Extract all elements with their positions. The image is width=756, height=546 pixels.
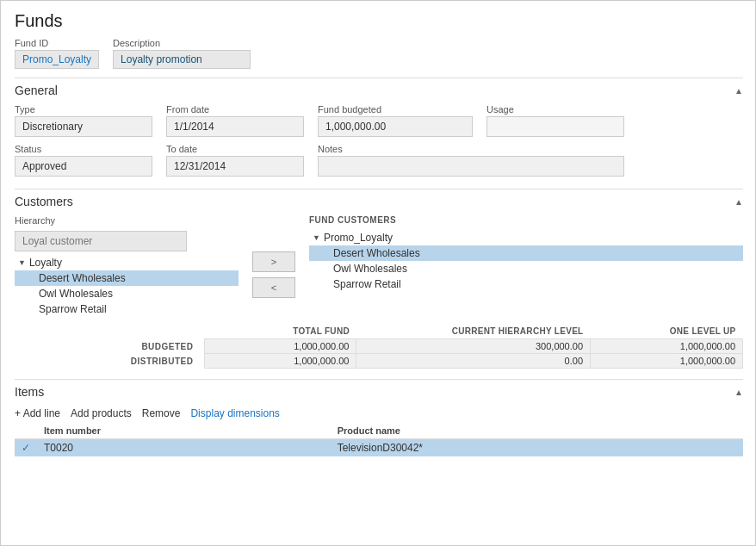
- general-section-title: General: [15, 84, 58, 97]
- items-toolbar: + Add line Add products Remove Display d…: [15, 402, 743, 423]
- page-title: Funds: [15, 11, 743, 31]
- type-label: Type: [15, 104, 152, 115]
- tree-item-owl-wholesales[interactable]: Owl Wholesales: [15, 286, 239, 301]
- right-tree: ▼ Promo_Loyalty Desert Wholesales Owl Wh…: [309, 230, 743, 292]
- fund-budgeted-field-group: Fund budgeted: [318, 104, 473, 137]
- description-label: Description: [113, 38, 251, 48]
- right-tree-root-label: Promo_Loyalty: [324, 232, 393, 244]
- budgeted-total-fund: 1,000,000.00: [204, 339, 356, 354]
- items-section-header[interactable]: Items ▲: [15, 380, 743, 402]
- remove-button[interactable]: Remove: [142, 407, 181, 419]
- budgeted-one-level-up: 1,000,000.00: [591, 339, 743, 354]
- hierarchy-field-group: Hierarchy: [15, 215, 239, 251]
- fund-budgeted-input[interactable]: [318, 116, 473, 137]
- usage-field-group: Usage: [486, 104, 624, 137]
- right-tree-item-desert[interactable]: Desert Wholesales: [309, 245, 743, 261]
- col-check: [15, 423, 37, 439]
- items-table: Item number Product name ✓ T0020 Televis…: [15, 423, 743, 456]
- from-date-field-group: From date: [166, 104, 304, 137]
- col-item-number: Item number: [37, 423, 331, 439]
- customers-middle-panel: > <: [245, 215, 302, 317]
- description-group: Description Loyalty promotion: [113, 38, 251, 69]
- status-label: Status: [15, 144, 152, 154]
- notes-input[interactable]: [318, 156, 624, 177]
- to-date-label: To date: [166, 144, 304, 154]
- right-tree-item-sparrow[interactable]: Sparrow Retail: [309, 276, 743, 292]
- fund-header: Fund ID Promo_Loyalty Description Loyalt…: [15, 38, 743, 69]
- fund-budgeted-label: Fund budgeted: [318, 104, 473, 115]
- general-chevron-icon: ▲: [734, 86, 743, 96]
- fund-id-group: Fund ID Promo_Loyalty: [15, 38, 99, 69]
- move-right-button[interactable]: >: [252, 251, 295, 272]
- from-date-input[interactable]: [166, 116, 304, 137]
- general-section-content: Type From date Fund budgeted Usage: [15, 101, 743, 185]
- customers-layout: Hierarchy ▼ Loyalty Desert Wholesales Ow…: [15, 215, 743, 317]
- type-field-group: Type: [15, 104, 152, 137]
- right-tree-arrow-icon: ▼: [313, 233, 320, 242]
- fund-customers-label: FUND CUSTOMERS: [309, 215, 743, 225]
- items-chevron-icon: ▲: [734, 388, 743, 397]
- customers-section-content: Hierarchy ▼ Loyalty Desert Wholesales Ow…: [15, 212, 743, 377]
- table-row[interactable]: ✓ T0020 TelevisionD30042*: [15, 439, 743, 457]
- usage-label: Usage: [486, 104, 624, 115]
- tree-parent-loyalty-label: Loyalty: [29, 257, 62, 269]
- items-section: Items ▲ + Add line Add products Remove D…: [15, 379, 743, 456]
- distributed-row-label: DISTRIBUTED: [15, 354, 204, 369]
- fund-id-label: Fund ID: [15, 38, 99, 48]
- fund-id-value[interactable]: Promo_Loyalty: [15, 50, 99, 69]
- hierarchy-label: Hierarchy: [15, 215, 239, 226]
- distributed-one-level-up: 1,000,000.00: [591, 354, 743, 369]
- customers-section-title: Customers: [15, 195, 73, 208]
- right-tree-root[interactable]: ▼ Promo_Loyalty: [309, 230, 743, 245]
- status-input[interactable]: [15, 156, 152, 177]
- col-header-current-hierarchy: CURRENT HIERARCHY LEVEL: [356, 324, 591, 339]
- customers-section: Customers ▲ Hierarchy ▼ Loyalty Des: [15, 189, 743, 377]
- row-item-number: T0020: [37, 439, 331, 457]
- to-date-field-group: To date: [166, 144, 304, 177]
- customers-right-panel: FUND CUSTOMERS ▼ Promo_Loyalty Desert Wh…: [309, 215, 743, 317]
- move-left-button[interactable]: <: [252, 277, 295, 298]
- customers-section-header[interactable]: Customers ▲: [15, 189, 743, 212]
- usage-input[interactable]: [486, 116, 624, 137]
- tree-arrow-icon: ▼: [18, 258, 26, 267]
- check-icon: ✓: [22, 442, 30, 454]
- hierarchy-input[interactable]: [15, 231, 187, 251]
- items-section-title: Items: [15, 385, 44, 399]
- items-container: Item number Product name ✓ T0020 Televis…: [15, 423, 743, 456]
- col-header-total-fund: TOTAL FUND: [204, 324, 356, 339]
- right-tree-item-owl[interactable]: Owl Wholesales: [309, 261, 743, 276]
- distributed-current-hierarchy: 0.00: [356, 354, 591, 369]
- fund-summary: TOTAL FUND CURRENT HIERARCHY LEVEL ONE L…: [15, 324, 743, 369]
- general-grid: Type From date Fund budgeted Usage: [15, 104, 743, 177]
- row-product-name: TelevisionD30042*: [331, 439, 743, 457]
- notes-label: Notes: [318, 144, 624, 154]
- items-table-header-row: Item number Product name: [15, 423, 743, 439]
- add-line-button[interactable]: + Add line: [15, 407, 60, 419]
- tree-item-sparrow-retail[interactable]: Sparrow Retail: [15, 301, 239, 317]
- display-dimensions-button[interactable]: Display dimensions: [190, 407, 279, 419]
- col-product-name: Product name: [331, 423, 743, 439]
- to-date-input[interactable]: [166, 156, 304, 177]
- col-header-one-level-up: ONE LEVEL UP: [591, 324, 743, 339]
- description-value[interactable]: Loyalty promotion: [113, 50, 251, 69]
- budgeted-row-label: BUDGETED: [15, 339, 204, 354]
- left-tree: ▼ Loyalty Desert Wholesales Owl Wholesal…: [15, 255, 239, 317]
- row-check-cell: ✓: [15, 439, 37, 457]
- distributed-total-fund: 1,000,000.00: [204, 354, 356, 369]
- type-input[interactable]: [15, 116, 152, 137]
- budgeted-current-hierarchy: 300,000.00: [356, 339, 591, 354]
- from-date-label: From date: [166, 104, 304, 115]
- customers-chevron-icon: ▲: [734, 197, 743, 207]
- general-section-header[interactable]: General ▲: [15, 78, 743, 101]
- status-field-group: Status: [15, 144, 152, 177]
- tree-parent-loyalty[interactable]: ▼ Loyalty: [15, 255, 239, 270]
- general-section: General ▲ Type From date Fund budgeted: [15, 78, 743, 185]
- notes-field-group: Notes: [318, 144, 624, 177]
- customers-left-panel: Hierarchy ▼ Loyalty Desert Wholesales Ow…: [15, 215, 239, 317]
- add-products-button[interactable]: Add products: [71, 407, 132, 419]
- tree-item-desert-wholesales[interactable]: Desert Wholesales: [15, 270, 239, 286]
